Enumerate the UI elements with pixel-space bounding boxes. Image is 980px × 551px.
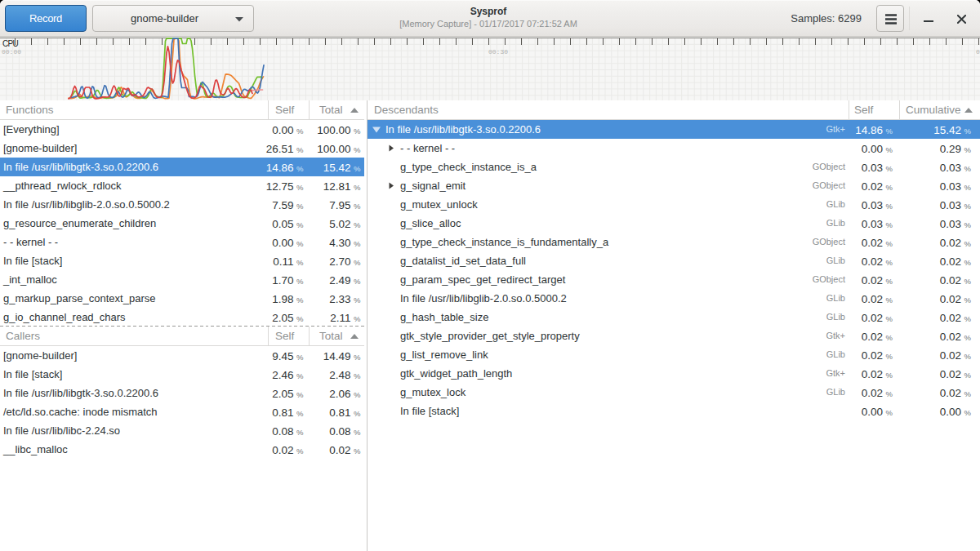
svg-text:01:00: 01:00 (976, 48, 980, 56)
svg-text:00:00: 00:00 (2, 48, 21, 56)
svg-text:CPU: CPU (2, 39, 18, 48)
svg-text:00:30: 00:30 (488, 48, 508, 56)
